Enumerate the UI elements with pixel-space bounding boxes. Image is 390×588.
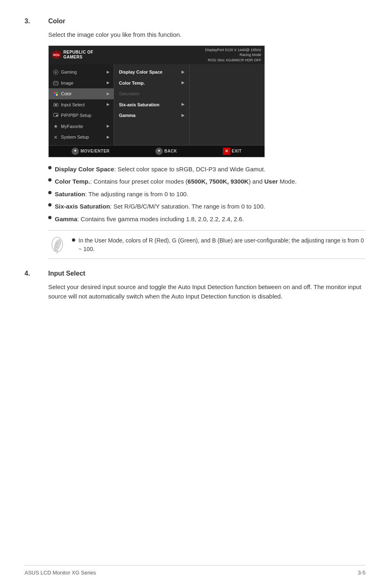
feather-icon [49, 236, 65, 254]
left-menu: Gaming ▶ Image ▶ [49, 64, 114, 145]
menu-label-input: Input Select [61, 101, 85, 108]
six-axis-arrow: ▶ [182, 102, 184, 108]
submenu-color-temp: Color Temp. ▶ [114, 78, 189, 89]
section3-bullets: Display Color Space: Select color space … [48, 165, 365, 224]
right-panel [190, 64, 264, 145]
menu-label-pip: PIP/PBP Setup [61, 112, 91, 119]
input-icon [53, 102, 58, 108]
monitor-mockup: ROG REPUBLIC OF GAMERS DisplayPort 5120 … [48, 45, 265, 157]
bullet-saturation: Saturation: The adjusting range is from … [48, 190, 365, 199]
monitor-logo: ROG REPUBLIC OF GAMERS [52, 50, 93, 60]
section4-header: 4. Input Select [25, 269, 365, 278]
gaming-arrow: ▶ [107, 70, 110, 75]
color-icon [53, 91, 58, 97]
color-temp-arrow: ▶ [182, 80, 184, 86]
menu-label-image: Image [61, 80, 74, 87]
section4-number: 4. [25, 269, 37, 278]
section4-body: Select your desired input source and tog… [48, 283, 365, 301]
svg-rect-7 [56, 92, 58, 94]
submenu-label-gamma: Gamma [119, 112, 135, 119]
bullet-display-color-space: Display Color Space: Select color space … [48, 165, 365, 174]
menu-item-input: Input Select ▶ [49, 99, 114, 110]
bullet-dot-5 [48, 216, 52, 219]
section4-title: Input Select [48, 269, 85, 278]
bullet-text-2: Color Temp.: Contains four preset color … [55, 177, 297, 186]
pip-icon [53, 113, 58, 119]
submenu-label-saturation: Saturation [119, 90, 139, 97]
gaming-icon [53, 70, 58, 75]
back-label: BACK [164, 148, 177, 154]
display-color-space-arrow: ▶ [182, 70, 184, 75]
system-arrow: ▶ [107, 135, 110, 140]
menu-item-pip: PIP/PBP Setup [49, 110, 114, 121]
section3-desc: Select the image color you like from thi… [48, 30, 365, 40]
menu-item-image: Image ▶ [49, 78, 114, 89]
page-footer: ASUS LCD Monitor XG Series 3-5 [25, 565, 365, 577]
image-arrow: ▶ [107, 80, 110, 86]
back-icon: ✦ [155, 148, 163, 155]
section3-header: 3. Color [25, 16, 365, 26]
monitor-bottombar: ✦ MOVE/ENTER ✦ BACK ✕ EXIT [49, 145, 264, 157]
svg-rect-6 [54, 92, 56, 94]
submenu-six-axis: Six-axis Saturation ▶ [114, 99, 189, 110]
svg-rect-13 [56, 115, 58, 116]
section3: 3. Color Select the image color you like… [25, 16, 365, 259]
menu-item-gaming: Gaming ▶ [49, 67, 114, 78]
color-arrow: ▶ [107, 91, 110, 97]
note-box: In the User Mode, colors of R (Red), G (… [48, 230, 365, 259]
menu-label-color: Color [61, 90, 72, 97]
submenu-gamma: Gamma ▶ [114, 110, 189, 121]
section3-body: Select the image color you like from thi… [48, 30, 365, 259]
svg-rect-9 [56, 94, 58, 96]
submenu-panel: Display Color Space ▶ Color Temp. ▶ Satu… [114, 64, 190, 145]
bullet-dot-4 [48, 203, 52, 206]
note-bullet-dot [72, 238, 75, 242]
submenu-label-six-axis: Six-axis Saturation [119, 101, 159, 108]
menu-label-system: System Setup [61, 134, 89, 141]
back-btn: ✦ BACK [155, 148, 177, 155]
bullet-text-1: Display Color Space: Select color space … [55, 165, 265, 174]
menu-label-gaming: Gaming [61, 69, 77, 76]
exit-label: EXIT [232, 148, 242, 154]
menu-item-myfavorite: ★ MyFavorite ▶ [49, 121, 114, 132]
gamma-arrow: ▶ [182, 113, 184, 119]
bullet-text-5: Gamma: Contains five gamma modes includi… [55, 215, 244, 224]
move-enter-label: MOVE/ENTER [81, 148, 110, 154]
bullet-dot-3 [48, 191, 52, 194]
bullet-wrapper: In the User Mode, colors of R (Red), G (… [72, 236, 365, 254]
bullet-six-axis: Six-axis Saturation: Set R/G/B/C/M/Y sat… [48, 202, 365, 211]
bullet-text-3: Saturation: The adjusting range is from … [55, 190, 188, 199]
exit-btn: ✕ EXIT [223, 148, 242, 155]
menu-item-system: ✕ System Setup ▶ [49, 132, 114, 143]
input-arrow: ▶ [107, 102, 110, 108]
svg-rect-8 [54, 94, 56, 96]
myfavorite-arrow: ▶ [107, 123, 110, 129]
submenu-label-display-color-space: Display Color Space [119, 69, 162, 76]
menu-item-color: Color ▶ [49, 88, 114, 99]
footer-left: ASUS LCD Monitor XG Series [25, 569, 96, 577]
image-icon [53, 80, 58, 86]
bullet-dot-2 [48, 178, 52, 182]
bullet-color-temp: Color Temp.: Contains four preset color … [48, 177, 365, 186]
exit-icon: ✕ [223, 148, 230, 155]
submenu-saturation: Saturation [114, 88, 189, 99]
system-icon: ✕ [53, 135, 58, 140]
footer-right: 3-5 [358, 569, 365, 577]
move-enter-icon: ✦ [72, 148, 79, 155]
monitor-topbar: ROG REPUBLIC OF GAMERS DisplayPort 5120 … [49, 46, 264, 65]
menu-label-myfavorite: MyFavorite [61, 123, 83, 130]
monitor-content: Gaming ▶ Image ▶ [49, 64, 264, 145]
bullet-text-4: Six-axis Saturation: Set R/G/B/C/M/Y sat… [55, 202, 265, 211]
section4-desc: Select your desired input source and tog… [48, 283, 365, 301]
section3-title: Color [48, 16, 65, 26]
section3-number: 3. [25, 16, 37, 26]
note-icon [48, 236, 66, 254]
submenu-label-color-temp: Color Temp. [119, 80, 145, 87]
bullet-gamma: Gamma: Contains five gamma modes includi… [48, 215, 365, 224]
monitor-info-text: DisplayPort 5120 X 1440@ 165Hz Racing Mo… [205, 47, 261, 63]
rog-brand-text: REPUBLIC OF GAMERS [63, 50, 93, 60]
svg-rect-11 [55, 104, 57, 105]
submenu-display-color-space: Display Color Space ▶ [114, 67, 189, 78]
move-enter-btn: ✦ MOVE/ENTER [72, 148, 110, 155]
svg-text:ROG: ROG [53, 54, 60, 56]
